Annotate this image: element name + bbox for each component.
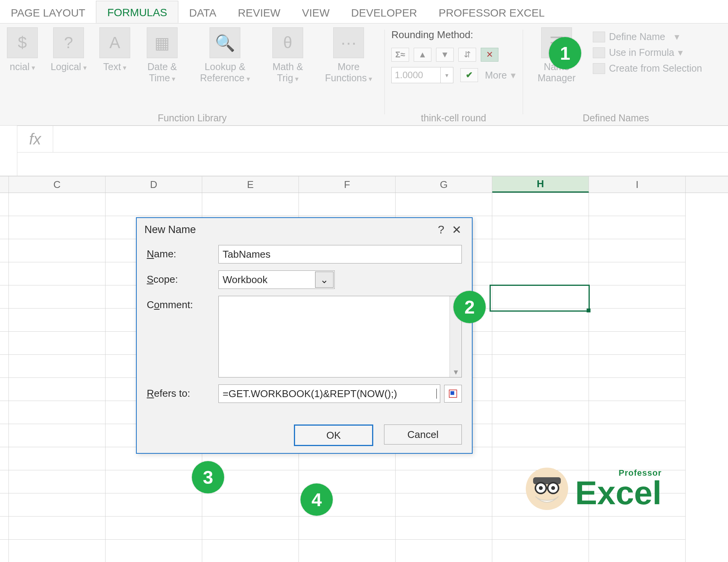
tab-data[interactable]: DATA [178, 2, 227, 23]
dialog-titlebar[interactable]: New Name ? ✕ [137, 218, 472, 241]
cell[interactable] [9, 401, 106, 424]
name-input[interactable]: TabNames [218, 245, 462, 263]
cell[interactable] [299, 193, 396, 216]
cell[interactable] [589, 239, 686, 262]
cell[interactable] [299, 517, 396, 540]
cell[interactable] [492, 262, 589, 285]
create-from-selection-button[interactable]: Create from Selection [593, 63, 702, 74]
round-apply-button[interactable]: ✔ [460, 68, 478, 82]
cell[interactable] [106, 493, 202, 517]
cell[interactable] [9, 239, 106, 262]
scroll-down-icon[interactable]: ▾ [454, 367, 458, 377]
rounding-precision-input[interactable] [392, 67, 440, 83]
cell[interactable] [589, 517, 686, 540]
cell[interactable] [589, 447, 686, 470]
financial-button[interactable]: $ ncial [7, 27, 38, 72]
cell[interactable] [492, 355, 589, 378]
col-H[interactable]: H [492, 176, 589, 193]
cell[interactable] [202, 540, 299, 562]
tab-professor-excel[interactable]: PROFESSOR EXCEL [428, 2, 555, 23]
tab-page-layout[interactable]: PAGE LAYOUT [0, 2, 96, 23]
cell[interactable] [492, 332, 589, 355]
round-more-button[interactable]: More ▾ [485, 70, 516, 81]
cell[interactable] [9, 470, 106, 493]
cell[interactable] [492, 540, 589, 562]
cell[interactable] [589, 309, 686, 332]
cell[interactable] [9, 540, 106, 562]
cell[interactable] [9, 332, 106, 355]
cell[interactable] [492, 401, 589, 424]
tab-view[interactable]: VIEW [291, 2, 341, 23]
cell[interactable] [492, 378, 589, 401]
cell[interactable] [492, 239, 589, 262]
col-G[interactable]: G [396, 176, 492, 193]
cell[interactable] [9, 309, 106, 332]
dialog-close-button[interactable]: ✕ [449, 223, 464, 237]
cell[interactable] [299, 540, 396, 562]
cell[interactable] [106, 517, 202, 540]
ok-button[interactable]: OK [294, 424, 373, 446]
cell[interactable] [202, 193, 299, 216]
cell[interactable] [202, 493, 299, 517]
cell[interactable] [492, 193, 589, 216]
col-D[interactable]: D [106, 176, 202, 193]
col-C[interactable]: C [9, 176, 106, 193]
fx-icon[interactable]: fx [17, 126, 53, 153]
cell[interactable] [492, 309, 589, 332]
cell[interactable] [589, 193, 686, 216]
tab-developer[interactable]: DEVELOPER [341, 2, 428, 23]
range-picker-button[interactable] [444, 385, 462, 403]
dialog-help-button[interactable]: ? [433, 223, 449, 236]
cell[interactable] [589, 401, 686, 424]
cell[interactable] [9, 285, 106, 309]
cell[interactable] [589, 285, 686, 309]
cell[interactable] [9, 355, 106, 378]
cell[interactable] [589, 355, 686, 378]
tab-review[interactable]: REVIEW [227, 2, 291, 23]
cell[interactable] [106, 470, 202, 493]
cell[interactable] [492, 517, 589, 540]
comment-textarea[interactable]: ▴▾ [218, 296, 462, 377]
define-name-button[interactable]: Define Name ▾ [593, 31, 702, 42]
rounding-precision-combo[interactable]: ▾ [391, 67, 453, 83]
logical-button[interactable]: ? Logical [49, 27, 89, 72]
round-down-icon[interactable]: ▼ [436, 48, 454, 62]
cell[interactable] [396, 517, 492, 540]
cell[interactable] [9, 424, 106, 447]
math-trig-button[interactable]: θ Math & Trig [267, 27, 309, 84]
cell[interactable] [396, 493, 492, 517]
round-up-icon[interactable]: ▲ [414, 48, 431, 62]
more-functions-button[interactable]: ⋯ More Functions [320, 27, 377, 84]
text-button[interactable]: A Text [99, 27, 130, 72]
scope-select[interactable]: Workbook ⌄ [218, 270, 335, 289]
cell[interactable] [589, 540, 686, 562]
cell[interactable] [9, 493, 106, 517]
refers-to-input[interactable]: =GET.WORKBOOK(1)&REPT(NOW();) [218, 384, 440, 403]
cell[interactable] [492, 285, 589, 309]
cancel-button[interactable]: Cancel [384, 424, 462, 445]
round-sum-icon[interactable]: Σ≈ [391, 48, 409, 62]
cell[interactable] [492, 216, 589, 239]
use-in-formula-button[interactable]: Use in Formula ▾ [593, 47, 702, 58]
cell[interactable] [396, 470, 492, 493]
chevron-down-icon[interactable]: ▾ [440, 67, 453, 83]
cell[interactable] [589, 378, 686, 401]
cell[interactable] [396, 193, 492, 216]
lookup-reference-button[interactable]: 🔍 Lookup & Reference [194, 27, 256, 84]
round-remove-icon[interactable]: ✕ [481, 48, 498, 62]
cell[interactable] [9, 193, 106, 216]
cell[interactable] [106, 193, 202, 216]
col-F[interactable]: F [299, 176, 396, 193]
date-time-button[interactable]: ▦ Date & Time [141, 27, 183, 84]
cell[interactable] [589, 332, 686, 355]
cell[interactable] [9, 517, 106, 540]
cell[interactable] [106, 540, 202, 562]
cell[interactable] [589, 216, 686, 239]
col-E[interactable]: E [202, 176, 299, 193]
cell[interactable] [492, 447, 589, 470]
tab-formulas[interactable]: FORMULAS [96, 1, 178, 23]
chevron-down-icon[interactable]: ⌄ [315, 272, 334, 288]
cell[interactable] [589, 262, 686, 285]
cell[interactable] [396, 540, 492, 562]
cell[interactable] [9, 216, 106, 239]
